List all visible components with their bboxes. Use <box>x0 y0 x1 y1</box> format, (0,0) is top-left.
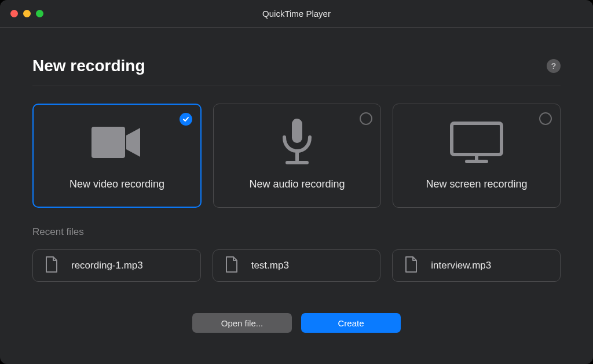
open-file-button[interactable]: Open file... <box>192 313 292 333</box>
close-window-button[interactable] <box>10 10 18 17</box>
option-label: New audio recording <box>249 178 345 190</box>
option-label: New video recording <box>69 178 164 190</box>
recent-file-item[interactable]: recording-1.mp3 <box>32 249 201 282</box>
svg-rect-0 <box>91 127 125 158</box>
content-area: New recording ? New video recording <box>0 28 593 364</box>
file-name: recording-1.mp3 <box>71 260 143 271</box>
recent-file-item[interactable]: interview.mp3 <box>392 249 561 282</box>
option-label: New screen recording <box>426 178 527 190</box>
option-screen-recording[interactable]: New screen recording <box>393 104 561 208</box>
option-audio-recording[interactable]: New audio recording <box>213 104 381 208</box>
recent-file-item[interactable]: test.mp3 <box>213 249 381 282</box>
file-icon <box>404 256 418 275</box>
recording-options: New video recording New audio recording <box>32 104 561 208</box>
header-row: New recording ? <box>32 57 561 86</box>
recent-files-list: recording-1.mp3 test.mp3 interview.mp3 <box>32 249 561 282</box>
help-button[interactable]: ? <box>547 59 561 73</box>
file-icon <box>45 256 58 275</box>
page-title: New recording <box>32 57 145 75</box>
titlebar: QuickTime Player <box>0 0 593 28</box>
radio-unselected-icon <box>539 112 552 125</box>
radio-unselected-icon <box>360 112 372 125</box>
monitor-icon <box>449 122 504 163</box>
video-camera-icon <box>91 122 142 163</box>
file-icon <box>225 256 239 275</box>
window-title: QuickTime Player <box>0 9 593 19</box>
traffic-lights <box>10 10 43 17</box>
option-video-recording[interactable]: New video recording <box>32 104 202 208</box>
radio-selected-icon <box>180 113 192 126</box>
footer-actions: Open file... Create <box>32 313 561 333</box>
create-button[interactable]: Create <box>301 313 401 333</box>
app-window: QuickTime Player New recording ? <box>0 0 593 364</box>
svg-rect-1 <box>292 119 302 143</box>
file-name: test.mp3 <box>251 260 289 271</box>
maximize-window-button[interactable] <box>36 10 43 17</box>
file-name: interview.mp3 <box>431 260 491 271</box>
minimize-window-button[interactable] <box>23 10 31 17</box>
svg-rect-4 <box>452 123 502 155</box>
recent-files-label: Recent files <box>32 226 561 238</box>
microphone-icon <box>279 122 315 163</box>
help-icon: ? <box>551 61 557 71</box>
